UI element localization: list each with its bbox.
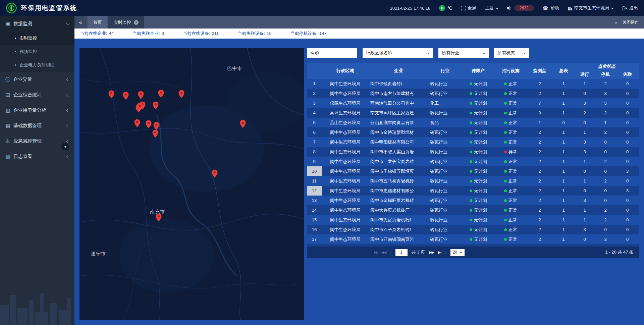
table-row[interactable]: 11阆中生态环境局阆中市五马桥页岩机砖砖瓦行业无计划正常21120	[307, 176, 639, 186]
sidebar-item-video-monitor[interactable]: 视频监控	[0, 45, 74, 58]
sidebar-group-company-abnormal[interactable]: ⓘ企业异常	[0, 72, 74, 87]
sidebar-group-company-statistics[interactable]: ▤企业综合统计	[0, 87, 74, 103]
status-dot-green-icon	[470, 92, 472, 95]
sidebar-item-realtime-monitor[interactable]: 实时监控	[0, 32, 74, 45]
first-page-button[interactable]: |◀	[374, 250, 377, 255]
column-header: 失联	[616, 70, 639, 79]
cell-stop: 0	[595, 225, 616, 234]
theme-menu[interactable]: 主题	[485, 5, 498, 11]
map-pin-icon[interactable]	[152, 129, 158, 138]
temperature-unit: ℃	[447, 6, 452, 11]
menu-logs-icon: ▧	[5, 154, 13, 160]
status-dot-green-icon	[504, 102, 507, 105]
map-pin-icon[interactable]	[153, 122, 159, 130]
sidebar-collapse-button[interactable]: ◀	[61, 143, 69, 150]
cell-points: 2	[527, 176, 553, 186]
table-row[interactable]: 1阆中生态环境局阆中强锐页岩砖厂砖瓦行业无计划正常21120	[307, 79, 639, 89]
close-icon[interactable]: ×	[134, 20, 139, 25]
table-row[interactable]: 18南部生态环境局南部县升钟水泥有限公建材无计划正常21060	[307, 244, 639, 247]
table-row[interactable]: 15阆中生态环境局阆中市光富页岩机砖厂砖瓦行业无计划正常21120	[307, 215, 639, 225]
cell-lost: 0	[616, 157, 639, 166]
table-row[interactable]: 2阆中生态环境局阆中市南方节能建材有砖瓦行业无计划正常21030	[307, 89, 639, 98]
tab-home[interactable]: 首页	[88, 16, 107, 29]
cell-region: 阆中生态环境局	[322, 225, 369, 234]
sidebar-group-label: 数据监测	[13, 21, 67, 27]
alarm-button[interactable]: 2632	[507, 5, 534, 11]
map-pin-icon[interactable]	[240, 120, 246, 128]
map-pin-icon[interactable]	[156, 213, 162, 221]
last-page-button[interactable]: ▶|	[438, 250, 441, 255]
map-pin-icon[interactable]	[146, 120, 152, 128]
table-row[interactable]: 13阆中生态环境局阆中市金福旺页岩机砖砖瓦行业无计划正常21300	[307, 196, 639, 205]
cell-run: 0	[574, 186, 595, 196]
table-row[interactable]: 6阆中生态环境局阆中市金博瑞新型墙材砖瓦行业无计划正常21120	[307, 127, 639, 137]
sidebar-group-label: 基础数据管理	[13, 123, 67, 129]
table-row[interactable]: 12阆中生态环境局阆中市忠信建材有限公砖瓦行业无计划正常21003	[307, 186, 639, 196]
table-row[interactable]: 10阆中生态环境局阆中市千佛镇五郎垭页砖瓦行业无计划正常21003	[307, 166, 639, 176]
prev-page-button[interactable]: ◀◀	[381, 250, 386, 255]
sidebar-group-power-analysis[interactable]: ▥企业用电量分析	[0, 103, 74, 118]
column-header: 停机	[595, 70, 616, 79]
cell-industry: 砖瓦行业	[428, 89, 462, 98]
stat-value: 44	[109, 31, 114, 36]
cell-stop: 2	[595, 79, 616, 89]
cell-region: 阆中生态环境局	[322, 166, 369, 176]
map-pin-icon[interactable]	[178, 90, 184, 98]
tab-realtime[interactable]: 实时监控×	[108, 16, 144, 29]
sidebar-group-base-data[interactable]: ▦基础数据管理	[0, 118, 74, 133]
sidebar-group-data-monitor[interactable]: ▣数据监测	[0, 16, 74, 32]
status-dot-green-icon	[470, 83, 472, 85]
cell-region: 阆中生态环境局	[322, 196, 369, 205]
table-row[interactable]: 16阆中生态环境局阆中市石子页岩机砖厂砖瓦行业无计划正常21300	[307, 225, 639, 234]
region-select[interactable]: 行政区域名称	[363, 48, 433, 58]
scroll-tabs-left-button[interactable]: «	[74, 16, 87, 29]
table-row[interactable]: 7阆中生态环境局阆中明阳建材有限公司砖瓦行业无计划正常21300	[307, 137, 639, 147]
close-operations-button[interactable]: 关闭操作	[623, 19, 639, 25]
help-button[interactable]: ☎ 帮助	[543, 5, 559, 11]
scroll-tabs-right-button[interactable]: »	[615, 20, 617, 25]
cell-company: 营山县润丰肉食品有限	[369, 118, 428, 127]
org-menu[interactable]: 南充市生态环境局	[568, 5, 614, 11]
cell-industry: 砖瓦行业	[428, 166, 462, 176]
status-select[interactable]: 所有状态	[494, 48, 529, 58]
industry-select-value: 所有行业	[442, 50, 459, 56]
industry-select[interactable]: 所有行业	[438, 48, 489, 58]
chevron-left-icon: ◀	[64, 145, 66, 148]
sidebar-item-power-load-detail[interactable]: 企业电力负荷明细	[0, 58, 74, 72]
page-number-input[interactable]	[395, 249, 408, 256]
cell-lost: 0	[616, 244, 639, 247]
logout-button[interactable]: 退出	[623, 5, 638, 11]
map-pin-icon[interactable]	[212, 170, 218, 178]
cell-run: 1	[574, 79, 595, 89]
cell-lost: 0	[616, 127, 639, 137]
sidebar-item-label: 视频监控	[19, 49, 37, 55]
map-pin-icon[interactable]	[138, 91, 144, 99]
name-filter-input[interactable]	[307, 48, 357, 58]
chevron-down-icon	[460, 252, 462, 254]
cell-industry: 砖瓦行业	[428, 205, 462, 215]
table-row[interactable]: 17阆中生态环境局阆中市江南镇阆南页岩砖瓦行业无计划正常21030	[307, 234, 639, 244]
fullscreen-button[interactable]: 全屏	[461, 5, 476, 11]
next-page-button[interactable]: ▶▶	[429, 250, 434, 255]
table-row[interactable]: 9阆中生态环境局阆中市二龙长宝页岩砖砖瓦行业无计划正常21120	[307, 157, 639, 166]
table-row[interactable]: 3仪陇生态环境局西南油气田分公司川中化工无计划正常71350	[307, 98, 639, 108]
map-pin-icon[interactable]	[153, 101, 159, 109]
cell-limit-status: 无计划	[462, 98, 495, 108]
status-dot-green-icon	[470, 131, 472, 134]
cell-points: 2	[527, 205, 553, 215]
map-pin-icon[interactable]	[158, 90, 164, 98]
map-panel[interactable]: 巴中市南充市遂宁市	[79, 48, 304, 320]
map-pin-icon[interactable]	[134, 119, 140, 127]
sidebar-group-label: 企业综合统计	[13, 92, 67, 98]
table-row[interactable]: 5营山生态环境局营山县润丰肉食品有限食品无计划正常10010	[307, 118, 639, 127]
map-pin-icon[interactable]	[108, 91, 114, 99]
map-pin-icon[interactable]	[123, 92, 129, 100]
table-row[interactable]: 14阆中生态环境局阆中大兴页岩机砖厂砖瓦行业无计划正常21120	[307, 205, 639, 215]
org-label: 南充市生态环境局	[574, 5, 609, 11]
map-pin-icon[interactable]	[137, 103, 143, 111]
sidebar-group-logs[interactable]: ▧日志查看	[0, 149, 74, 164]
table-row[interactable]: 8阆中生态环境局阆中市枣碧大梁山页岩砖瓦行业无计划异常21300	[307, 147, 639, 157]
cell-lost: 0	[616, 108, 639, 118]
table-row[interactable]: 4高坪生态环境局南充市高坪区王家店建砖瓦行业无计划正常31220	[307, 108, 639, 118]
page-size-select[interactable]: 20	[450, 249, 465, 256]
